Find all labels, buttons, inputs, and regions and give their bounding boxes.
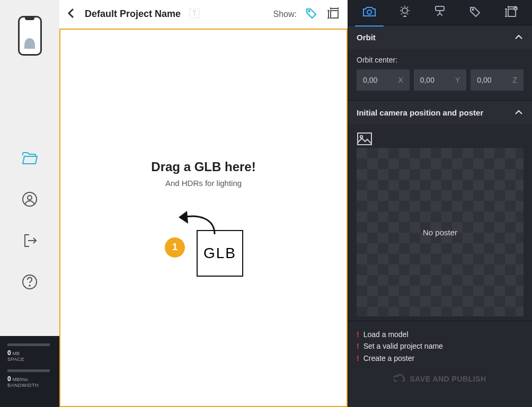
orbit-center-label: Orbit center: bbox=[357, 56, 524, 64]
right-panel: Orbit Orbit center: 0,00 X 0,00 Y 0,00 Z… bbox=[348, 0, 532, 407]
project-name[interactable]: Default Project Name bbox=[85, 8, 181, 20]
warning-row: ! Create a poster bbox=[357, 352, 524, 364]
tab-materials[interactable] bbox=[429, 0, 450, 27]
bandwidth-unit: MB/mo. bbox=[12, 377, 29, 382]
bandwidth-value: 0 bbox=[7, 375, 11, 383]
back-chevron-icon[interactable] bbox=[67, 7, 76, 21]
svg-rect-6 bbox=[331, 11, 338, 18]
edit-text-icon[interactable] bbox=[189, 8, 200, 21]
warning-text: Set a valid project name bbox=[363, 340, 443, 352]
save-and-publish-button[interactable]: SAVE AND PUBLISH bbox=[348, 368, 532, 386]
section-orbit-header[interactable]: Orbit bbox=[348, 25, 532, 49]
warning-text: Create a poster bbox=[363, 352, 415, 364]
storage-label: SPACE bbox=[7, 357, 52, 362]
svg-rect-9 bbox=[436, 6, 444, 11]
svg-point-5 bbox=[308, 10, 310, 12]
center-header: Default Project Name Show: bbox=[59, 0, 348, 29]
bandwidth-label: BANDWIDTH bbox=[7, 383, 52, 388]
image-icon[interactable] bbox=[357, 138, 373, 147]
svg-point-3 bbox=[29, 285, 30, 286]
poster-area: No poster bbox=[348, 125, 532, 321]
warning-icon: ! bbox=[357, 329, 359, 340]
section-orbit-title: Orbit bbox=[357, 33, 376, 42]
tag-icon[interactable] bbox=[305, 7, 318, 22]
svg-point-1 bbox=[28, 196, 32, 200]
orbit-y-axis: Y bbox=[455, 76, 460, 84]
warning-icon: ! bbox=[357, 340, 359, 352]
orbit-x-value: 0,00 bbox=[363, 76, 377, 84]
orbit-z-input[interactable]: 0,00 Z bbox=[471, 69, 524, 91]
publish-label: SAVE AND PUBLISH bbox=[410, 375, 486, 383]
sidebar-nav bbox=[21, 151, 38, 292]
sidebar-usage-panel: 0 MB SPACE 0 MB/mo. BANDWIDTH bbox=[0, 336, 59, 407]
svg-point-10 bbox=[472, 8, 474, 10]
svg-point-7 bbox=[367, 10, 371, 14]
warnings-list: ! Load a model ! Set a valid project nam… bbox=[348, 321, 532, 368]
tab-ar[interactable] bbox=[500, 0, 522, 26]
orbit-z-value: 0,00 bbox=[477, 76, 491, 84]
svg-rect-13 bbox=[358, 133, 371, 145]
tab-camera[interactable] bbox=[358, 0, 380, 26]
glb-box-icon: GLB bbox=[197, 230, 243, 277]
center-column: Default Project Name Show: Drag a GLB he… bbox=[59, 0, 348, 407]
glb-graphic: GLB 1 bbox=[158, 208, 249, 277]
storage-value: 0 bbox=[7, 349, 11, 357]
right-tabs bbox=[348, 0, 532, 25]
folder-open-icon[interactable] bbox=[21, 151, 38, 168]
tab-lighting[interactable] bbox=[394, 0, 415, 27]
help-circle-icon[interactable] bbox=[22, 274, 38, 292]
svg-point-8 bbox=[402, 8, 407, 13]
orbit-x-input[interactable]: 0,00 X bbox=[357, 69, 410, 91]
poster-box[interactable]: No poster bbox=[357, 148, 524, 316]
step-badge: 1 bbox=[165, 237, 185, 258]
dimensions-icon[interactable] bbox=[326, 7, 340, 22]
storage-unit: MB bbox=[12, 351, 20, 356]
left-sidebar: 0 MB SPACE 0 MB/mo. BANDWIDTH bbox=[0, 0, 59, 407]
section-camera-title: Initial camera position and poster bbox=[357, 108, 483, 117]
orbit-x-axis: X bbox=[398, 76, 403, 84]
cloud-upload-icon bbox=[394, 374, 405, 384]
chevron-up-icon bbox=[514, 33, 524, 42]
warning-icon: ! bbox=[357, 352, 359, 364]
orbit-y-value: 0,00 bbox=[420, 76, 435, 84]
section-camera-header[interactable]: Initial camera position and poster bbox=[348, 100, 532, 125]
drop-title: Drag a GLB here! bbox=[151, 160, 255, 174]
orbit-y-input[interactable]: 0,00 Y bbox=[414, 69, 467, 91]
chevron-up-icon bbox=[514, 108, 524, 117]
orbit-center-row: 0,00 X 0,00 Y 0,00 Z bbox=[357, 69, 524, 91]
storage-stat: 0 MB SPACE bbox=[7, 343, 52, 362]
no-poster-text: No poster bbox=[423, 228, 457, 237]
tab-annotations[interactable] bbox=[465, 0, 486, 26]
bandwidth-stat: 0 MB/mo. BANDWIDTH bbox=[7, 369, 52, 388]
drop-area[interactable]: Drag a GLB here! And HDRs for lighting G… bbox=[59, 29, 348, 407]
user-circle-icon[interactable] bbox=[22, 191, 38, 209]
show-label: Show: bbox=[273, 10, 297, 19]
warning-row: ! Set a valid project name bbox=[357, 340, 524, 352]
device-preview-icon[interactable] bbox=[18, 16, 42, 56]
drop-subtitle: And HDRs for lighting bbox=[165, 179, 242, 188]
warning-text: Load a model bbox=[363, 329, 409, 340]
svg-point-14 bbox=[360, 136, 362, 138]
orbit-body: Orbit center: 0,00 X 0,00 Y 0,00 Z bbox=[348, 49, 532, 100]
logout-icon[interactable] bbox=[22, 233, 38, 251]
orbit-z-axis: Z bbox=[512, 76, 517, 84]
warning-row: ! Load a model bbox=[357, 329, 524, 340]
